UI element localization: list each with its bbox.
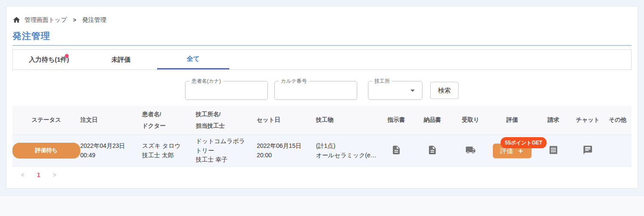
pagination: < 1 > [12, 171, 632, 178]
lab-select[interactable]: 技工所 [368, 81, 422, 100]
title-divider [12, 45, 632, 46]
col-set-date: セット日 [257, 114, 316, 126]
patient-cell: スズキ タロウ技工士 太郎 [142, 141, 196, 160]
delivery-slip-cell [413, 145, 452, 156]
receipt-button[interactable] [548, 145, 559, 155]
lab-cell: ドットコムラボラトリー 技工士 幸子 [196, 137, 257, 165]
pagination-page-1[interactable]: 1 [33, 171, 45, 178]
col-chat: チャット [572, 114, 604, 126]
pagination-prev[interactable]: < [17, 171, 29, 178]
table-header-row: ステータス 注文日 患者名/ドクター 技工所名/担当技工士 セット日 技工物 指… [12, 106, 632, 135]
breadcrumb-separator: > [73, 17, 76, 23]
col-other: その他 [604, 114, 632, 126]
status-badge: 評価待ち [12, 143, 80, 158]
instruction-document-button[interactable] [391, 145, 401, 155]
search-row: 患者名(カナ) カルテ番号 技工所 検索 [185, 81, 632, 100]
col-order-date: 注文日 [80, 114, 142, 126]
tab-all[interactable]: 全て [157, 50, 229, 69]
status-cell: 評価待ち [12, 143, 80, 158]
chat-cell [572, 145, 604, 156]
order-date-cell: 2022年04月23日00:49 [80, 141, 142, 160]
col-patient: 患者名/ドクター [142, 109, 196, 132]
table-row: 評価待ち 2022年04月23日00:49 スズキ タロウ技工士 太郎 ドットコ… [12, 135, 632, 167]
col-delivery-slip: 納品書 [413, 114, 452, 126]
pagination-next[interactable]: > [49, 171, 61, 178]
tab-awaiting-input[interactable]: 入力待ち(1件) [13, 50, 85, 69]
truck-icon [465, 145, 476, 155]
set-date-cell: 2022年06月15日20:00 [257, 141, 316, 160]
tab-unevaluated[interactable]: 未評価 [85, 50, 157, 69]
page-title: 発注管理 [12, 30, 632, 42]
chat-button[interactable] [583, 145, 593, 155]
tab-label: 入力待ち(1件) [29, 56, 69, 64]
item-cell: (計1点)オールセラミック(e… [316, 141, 380, 160]
breadcrumb-item-current: 発注管理 [82, 16, 106, 24]
points-badge: 55ポイントGET [501, 137, 547, 149]
instruction-cell [380, 145, 413, 156]
patient-name-field: 患者名(カナ) [185, 81, 268, 100]
chevron-down-icon [407, 85, 418, 96]
orders-table: ステータス 注文日 患者名/ドクター 技工所名/担当技工士 セット日 技工物 指… [12, 106, 632, 167]
search-button[interactable]: 検索 [430, 82, 459, 99]
tab-label: 未評価 [112, 56, 131, 64]
evaluation-cell: 55ポイントGET 評価 ＋ [489, 144, 535, 158]
receipt-icon [548, 145, 559, 155]
col-evaluation: 評価 [489, 114, 535, 126]
document-icon [391, 145, 401, 155]
other-cell [604, 147, 632, 154]
field-label: カルテ番号 [279, 78, 309, 84]
breadcrumb-item-admin-top[interactable]: 管理画面トップ [24, 16, 67, 24]
col-item: 技工物 [316, 114, 380, 126]
chart-number-field: カルテ番号 [274, 81, 357, 100]
document-icon [427, 145, 437, 155]
tab-label: 全て [187, 55, 200, 63]
more-options-button[interactable] [616, 150, 620, 153]
notification-dot [65, 54, 69, 58]
tab-bar: 入力待ち(1件) 未評価 全て [12, 49, 632, 70]
col-billing: 請求 [535, 114, 572, 126]
field-label: 技工所 [372, 78, 392, 84]
order-management-card: 管理画面トップ > 発注管理 発注管理 入力待ち(1件) 未評価 全て 患者名(… [6, 6, 638, 189]
chat-icon [583, 145, 593, 155]
col-receipt: 受取り [452, 114, 489, 126]
col-instruction: 指示書 [380, 114, 413, 126]
field-label: 患者名(カナ) [189, 78, 223, 84]
breadcrumb: 管理画面トップ > 発注管理 [12, 6, 632, 24]
kebab-menu-icon [616, 150, 620, 153]
delivery-slip-document-button[interactable] [427, 145, 437, 155]
col-lab: 技工所名/担当技工士 [196, 109, 257, 132]
shipping-truck-button[interactable] [465, 145, 476, 155]
receipt-pickup-cell [452, 145, 489, 156]
col-status: ステータス [12, 114, 80, 126]
home-icon[interactable] [12, 16, 21, 24]
